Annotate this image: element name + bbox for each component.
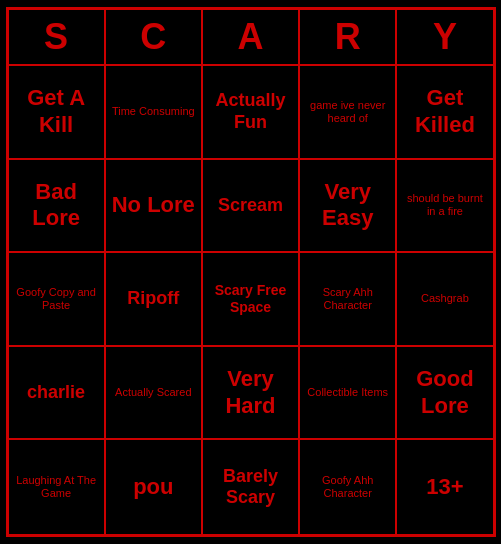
- cell-4-2: Barely Scary: [203, 440, 300, 534]
- cell-text-3-3: Collectible Items: [307, 386, 388, 399]
- cell-text-4-2: Barely Scary: [207, 466, 294, 509]
- cell-text-1-2: Scream: [218, 195, 283, 217]
- row-2: Goofy Copy and PasteRipoffScary Free Spa…: [9, 253, 493, 347]
- bingo-grid: Get A KillTime ConsumingActually Fungame…: [9, 66, 493, 534]
- cell-1-2: Scream: [203, 160, 300, 254]
- cell-2-1: Ripoff: [106, 253, 203, 347]
- cell-text-0-1: Time Consuming: [112, 105, 195, 118]
- header-letter-r: R: [300, 10, 397, 66]
- cell-0-4: Get Killed: [397, 66, 492, 160]
- cell-text-2-1: Ripoff: [127, 288, 179, 310]
- cell-text-1-0: Bad Lore: [13, 179, 100, 232]
- cell-1-3: Very Easy: [300, 160, 397, 254]
- bingo-header: SCARY: [9, 10, 493, 66]
- cell-text-3-2: Very Hard: [207, 366, 294, 419]
- cell-text-2-0: Goofy Copy and Paste: [13, 286, 100, 312]
- cell-1-1: No Lore: [106, 160, 203, 254]
- cell-text-4-4: 13+: [426, 474, 463, 500]
- cell-3-0: charlie: [9, 347, 106, 441]
- cell-3-4: Good Lore: [397, 347, 492, 441]
- cell-2-0: Goofy Copy and Paste: [9, 253, 106, 347]
- cell-0-0: Get A Kill: [9, 66, 106, 160]
- cell-text-4-1: pou: [133, 474, 173, 500]
- header-letter-s: S: [9, 10, 106, 66]
- cell-0-1: Time Consuming: [106, 66, 203, 160]
- cell-text-0-2: Actually Fun: [207, 90, 294, 133]
- cell-text-3-1: Actually Scared: [115, 386, 191, 399]
- cell-text-3-0: charlie: [27, 382, 85, 404]
- cell-3-2: Very Hard: [203, 347, 300, 441]
- cell-text-0-0: Get A Kill: [13, 85, 100, 138]
- cell-text-2-4: Cashgrab: [421, 292, 469, 305]
- cell-4-0: Laughing At The Game: [9, 440, 106, 534]
- cell-text-3-4: Good Lore: [401, 366, 488, 419]
- cell-4-4: 13+: [397, 440, 492, 534]
- header-letter-c: C: [106, 10, 203, 66]
- cell-3-1: Actually Scared: [106, 347, 203, 441]
- cell-0-2: Actually Fun: [203, 66, 300, 160]
- row-3: charlieActually ScaredVery HardCollectib…: [9, 347, 493, 441]
- cell-text-1-3: Very Easy: [304, 179, 391, 232]
- cell-text-2-3: Scary Ahh Character: [304, 286, 391, 312]
- bingo-card: SCARY Get A KillTime ConsumingActually F…: [6, 7, 496, 537]
- cell-text-4-3: Goofy Ahh Character: [304, 474, 391, 500]
- row-1: Bad LoreNo LoreScreamVery Easyshould be …: [9, 160, 493, 254]
- header-letter-a: A: [203, 10, 300, 66]
- cell-text-0-4: Get Killed: [401, 85, 488, 138]
- cell-1-0: Bad Lore: [9, 160, 106, 254]
- cell-text-1-1: No Lore: [112, 192, 195, 218]
- cell-2-2: Scary Free Space: [203, 253, 300, 347]
- cell-4-3: Goofy Ahh Character: [300, 440, 397, 534]
- row-0: Get A KillTime ConsumingActually Fungame…: [9, 66, 493, 160]
- cell-3-3: Collectible Items: [300, 347, 397, 441]
- cell-2-3: Scary Ahh Character: [300, 253, 397, 347]
- cell-text-4-0: Laughing At The Game: [13, 474, 100, 500]
- cell-text-2-2: Scary Free Space: [207, 282, 294, 316]
- cell-4-1: pou: [106, 440, 203, 534]
- cell-1-4: should be burnt in a fire: [397, 160, 492, 254]
- cell-2-4: Cashgrab: [397, 253, 492, 347]
- row-4: Laughing At The GamepouBarely ScaryGoofy…: [9, 440, 493, 534]
- cell-text-1-4: should be burnt in a fire: [401, 192, 488, 218]
- header-letter-y: Y: [397, 10, 492, 66]
- cell-text-0-3: game ive never heard of: [304, 99, 391, 125]
- cell-0-3: game ive never heard of: [300, 66, 397, 160]
